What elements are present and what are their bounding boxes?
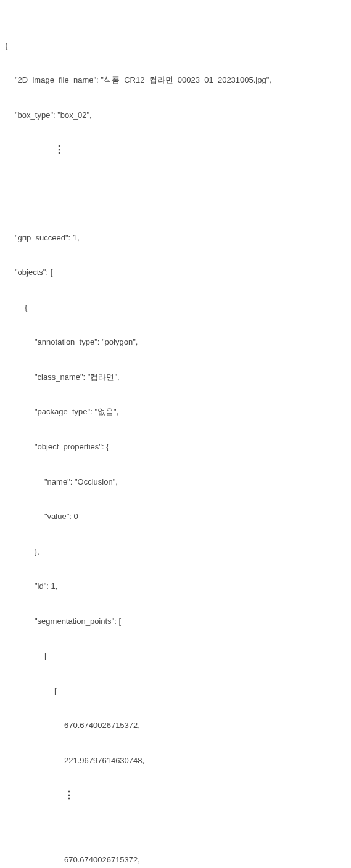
json-line: "package_type": "없음",: [5, 406, 346, 418]
spacer: [5, 190, 346, 197]
json-line: 670.6740026715372,: [5, 854, 346, 866]
json-text: "segmentation_points": [: [35, 616, 121, 628]
json-text: "name": "Occlusion",: [44, 477, 118, 488]
json-text: "class_name": "컵라면",: [35, 372, 120, 383]
vertical-ellipsis-icon: ⋮: [54, 144, 64, 155]
json-line: "id": 1,: [5, 581, 346, 592]
json-text: "id": 1,: [35, 581, 57, 592]
vertical-ellipsis-icon: ⋮: [64, 790, 74, 801]
json-text: "package_type": "없음",: [35, 406, 118, 418]
json-text: },: [35, 546, 39, 558]
json-text: "annotation_type": "polygon",: [35, 337, 138, 348]
json-text: "box_type": "box_02",: [15, 110, 92, 121]
json-text: {: [5, 40, 7, 52]
json-line: "object_properties": {: [5, 441, 346, 453]
json-line: {: [5, 40, 346, 52]
json-line: "class_name": "컵라면",: [5, 372, 346, 383]
json-line: },: [5, 546, 346, 558]
json-line: {: [5, 302, 346, 314]
json-line: "objects": [: [5, 267, 346, 279]
json-line: "name": "Occlusion",: [5, 477, 346, 488]
json-text: "object_properties": {: [35, 441, 109, 453]
json-line: "box_type": "box_02",: [5, 110, 346, 121]
json-line: "annotation_type": "polygon",: [5, 337, 346, 348]
json-line: "grip_succeed": 1,: [5, 232, 346, 244]
json-line: 221.96797614630748,: [5, 755, 346, 767]
json-text: "grip_succeed": 1,: [15, 232, 80, 244]
json-line: "value": 0: [5, 511, 346, 523]
json-document: { "2D_image_file_name": "식품_CR12_컵라면_000…: [0, 0, 351, 868]
json-line: "2D_image_file_name": "식품_CR12_컵라면_00023…: [5, 75, 346, 86]
json-text: 670.6740026715372,: [64, 854, 140, 866]
json-text: 221.96797614630748,: [64, 755, 144, 767]
json-text: 670.6740026715372,: [64, 720, 140, 732]
json-text: "2D_image_file_name": "식품_CR12_컵라면_00023…: [15, 75, 271, 86]
ellipsis-line: ⋮: [5, 790, 346, 801]
json-text: {: [25, 302, 27, 314]
json-text: [: [44, 650, 47, 662]
ellipsis-line: ⋮: [5, 144, 346, 155]
json-line: [: [5, 686, 346, 697]
spacer: [5, 824, 346, 832]
json-line: "segmentation_points": [: [5, 616, 346, 628]
json-text: "value": 0: [44, 511, 78, 523]
json-text: [: [54, 686, 57, 697]
json-line: 670.6740026715372,: [5, 720, 346, 732]
json-line: [: [5, 650, 346, 662]
json-text: "objects": [: [15, 267, 52, 279]
